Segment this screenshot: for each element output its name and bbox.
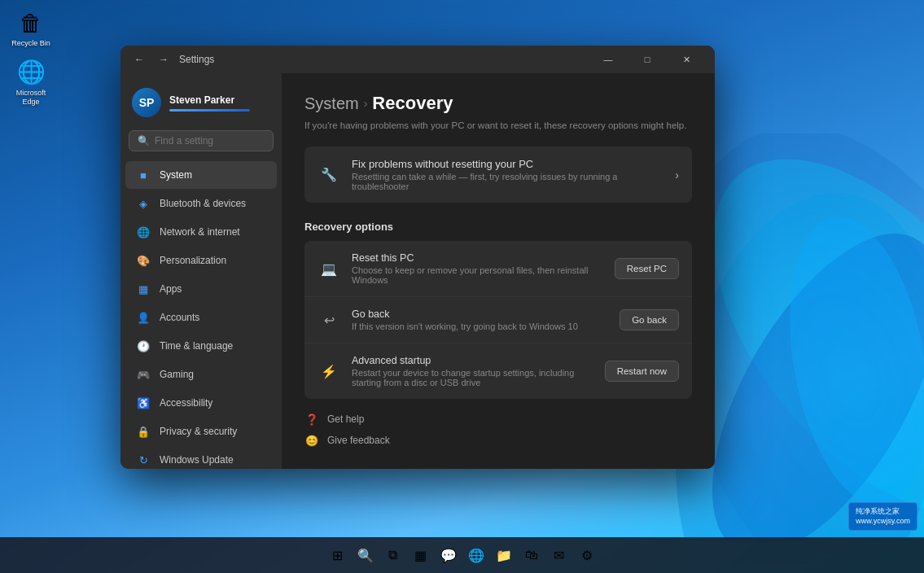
sidebar-item-accounts[interactable]: 👤 Accounts: [125, 304, 277, 331]
nav-label-bluetooth: Bluetooth & devices: [160, 198, 246, 209]
minimize-button[interactable]: —: [589, 46, 627, 73]
search-icon: 🔍: [138, 135, 150, 147]
taskbar-icon-mail[interactable]: ✉: [547, 543, 571, 567]
recovery-desc-reset-pc: Choose to keep or remove your personal f…: [352, 265, 603, 285]
nav-label-network: Network & internet: [160, 226, 240, 238]
back-button[interactable]: ←: [130, 50, 148, 68]
recovery-text-go-back: Go back If this version isn't working, t…: [352, 308, 608, 331]
title-bar-nav: ← →: [130, 50, 173, 68]
window-title: Settings: [179, 54, 214, 65]
bottom-link-get-help[interactable]: ❓ Get help: [304, 412, 692, 426]
recovery-btn-advanced-startup[interactable]: Restart now: [605, 361, 679, 382]
sidebar-item-personalization[interactable]: 🎨 Personalization: [125, 247, 277, 274]
recovery-card-reset-pc: 💻 Reset this PC Choose to keep or remove…: [304, 241, 692, 296]
sidebar-item-apps[interactable]: ▦ Apps: [125, 275, 277, 303]
sidebar-item-time[interactable]: 🕐 Time & language: [125, 332, 277, 360]
recovery-btn-reset-pc[interactable]: Reset PC: [615, 258, 679, 279]
user-profile[interactable]: SP Steven Parker: [120, 80, 282, 130]
bottom-link-icon-get-help: ❓: [304, 412, 319, 426]
breadcrumb-separator: ›: [364, 97, 368, 110]
recovery-icon-advanced-startup: ⚡: [317, 360, 340, 383]
recovery-card-advanced-startup: ⚡ Advanced startup Restart your device t…: [304, 343, 692, 399]
recycle-bin-icon[interactable]: 🗑 Recycle Bin: [7, 8, 55, 48]
nav-label-apps: Apps: [160, 283, 182, 295]
sidebar-item-update[interactable]: ↻ Windows Update: [125, 446, 277, 469]
edge-desktop-icon[interactable]: 🌐 Microsoft Edge: [7, 58, 55, 107]
fix-problems-title: Fix problems without resetting your PC: [352, 158, 663, 170]
nav-label-time: Time & language: [160, 340, 233, 352]
taskbar-icon-teams[interactable]: 💬: [436, 543, 461, 567]
watermark: 纯净系统之家 www.ycwjsy.com: [848, 502, 917, 531]
sidebar-item-gaming[interactable]: 🎮 Gaming: [125, 361, 277, 388]
recovery-options-stack: 💻 Reset this PC Choose to keep or remove…: [304, 241, 692, 399]
taskbar-symbol-teams: 💬: [440, 548, 457, 563]
nav-label-gaming: Gaming: [160, 369, 194, 380]
fix-chevron-icon: ›: [675, 168, 679, 182]
nav-icon-network: 🌐: [137, 225, 150, 238]
nav-icon-bluetooth: ◈: [137, 197, 150, 210]
breadcrumb-parent[interactable]: System: [304, 94, 359, 113]
watermark-line2: www.ycwjsy.com: [856, 516, 910, 527]
taskbar-symbol-task-view: ⧉: [388, 548, 397, 562]
bottom-link-label-get-help: Get help: [327, 413, 364, 425]
title-bar: ← → Settings — □ ✕: [120, 46, 715, 73]
fix-problems-text: Fix problems without resetting your PC R…: [352, 158, 663, 191]
recovery-desc-go-back: If this version isn't working, try going…: [352, 321, 608, 331]
taskbar-icon-explorer[interactable]: 📁: [492, 543, 516, 567]
sidebar-item-network[interactable]: 🌐 Network & internet: [125, 218, 277, 246]
nav-label-system: System: [160, 169, 192, 181]
bottom-link-icon-give-feedback: 😊: [304, 433, 319, 448]
maximize-button[interactable]: □: [628, 46, 666, 73]
window-body: SP Steven Parker 🔍 ■ System ◈ Bluetooth …: [120, 73, 715, 469]
taskbar-symbol-explorer: 📁: [496, 548, 512, 563]
user-bar: [169, 109, 250, 112]
taskbar-icon-store[interactable]: 🛍: [519, 543, 544, 567]
recovery-card-go-back: ↩ Go back If this version isn't working,…: [304, 296, 692, 343]
taskbar-symbol-start: ⊞: [332, 548, 343, 563]
search-input[interactable]: [155, 135, 277, 147]
sidebar-item-accessibility[interactable]: ♿ Accessibility: [125, 389, 277, 417]
recovery-title-advanced-startup: Advanced startup: [352, 355, 593, 366]
taskbar-symbol-widgets: ▦: [414, 548, 427, 563]
nav-icon-system: ■: [137, 168, 150, 182]
fix-problems-desc: Resetting can take a while — first, try …: [352, 172, 663, 191]
recovery-btn-go-back[interactable]: Go back: [620, 309, 679, 330]
taskbar-symbol-settings-task: ⚙: [581, 548, 593, 563]
nav-items-container: ■ System ◈ Bluetooth & devices 🌐 Network…: [120, 161, 282, 469]
recovery-text-reset-pc: Reset this PC Choose to keep or remove y…: [352, 252, 603, 285]
nav-label-privacy: Privacy & security: [160, 426, 237, 437]
fix-problems-card[interactable]: 🔧 Fix problems without resetting your PC…: [304, 147, 692, 203]
recovery-options-label: Recovery options: [304, 221, 692, 233]
nav-label-accounts: Accounts: [160, 312, 199, 323]
taskbar-icon-task-view[interactable]: ⧉: [381, 543, 405, 567]
taskbar-icon-search[interactable]: 🔍: [353, 543, 378, 567]
main-content: System › Recovery If you're having probl…: [282, 73, 715, 469]
nav-icon-personalization: 🎨: [137, 254, 150, 267]
bottom-link-give-feedback[interactable]: 😊 Give feedback: [304, 433, 692, 448]
close-button[interactable]: ✕: [668, 46, 705, 73]
user-info: Steven Parker: [169, 94, 270, 112]
recycle-bin-label: Recycle Bin: [11, 39, 50, 48]
taskbar-icon-widgets[interactable]: ▦: [409, 543, 433, 567]
recovery-desc-advanced-startup: Restart your device to change startup se…: [352, 368, 593, 387]
taskbar-symbol-edge-task: 🌐: [468, 548, 484, 563]
recovery-text-advanced-startup: Advanced startup Restart your device to …: [352, 355, 593, 387]
nav-icon-apps: ▦: [137, 282, 150, 295]
nav-icon-accounts: 👤: [137, 311, 150, 324]
taskbar-symbol-mail: ✉: [554, 548, 564, 563]
sidebar-item-bluetooth[interactable]: ◈ Bluetooth & devices: [125, 190, 277, 217]
search-box[interactable]: 🔍: [129, 130, 274, 151]
forward-button[interactable]: →: [155, 50, 173, 68]
sidebar-item-system[interactable]: ■ System: [125, 161, 277, 189]
taskbar-icon-start[interactable]: ⊞: [326, 543, 350, 567]
taskbar-icon-settings-task[interactable]: ⚙: [575, 543, 599, 567]
nav-icon-gaming: 🎮: [137, 368, 150, 381]
sidebar-item-privacy[interactable]: 🔒 Privacy & security: [125, 418, 277, 445]
taskbar-icon-edge-task[interactable]: 🌐: [464, 543, 488, 567]
page-title: Recovery: [372, 93, 453, 114]
nav-icon-time: 🕐: [137, 339, 150, 352]
bottom-links: ❓ Get help 😊 Give feedback: [304, 412, 692, 448]
settings-window: ← → Settings — □ ✕ SP: [120, 46, 715, 469]
taskbar-symbol-search: 🔍: [357, 548, 374, 563]
page-subtitle: If you're having problems with your PC o…: [304, 119, 692, 132]
